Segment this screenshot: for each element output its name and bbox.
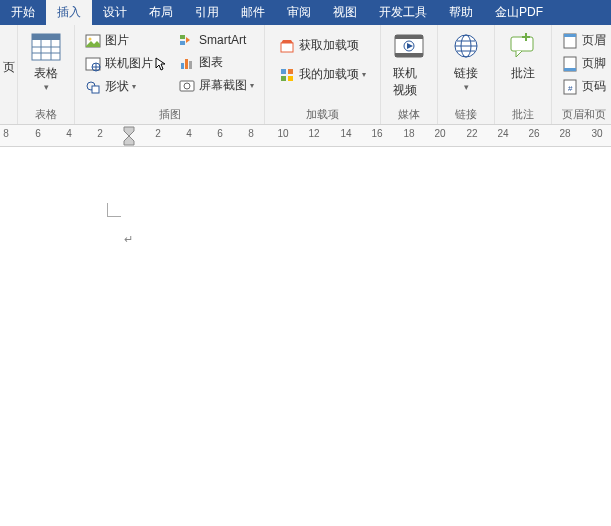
shapes-label: 形状 xyxy=(105,78,129,95)
ruler-tick: 26 xyxy=(528,128,539,139)
link-icon xyxy=(450,31,482,63)
ruler-tick: 2 xyxy=(155,128,161,139)
smartart-button[interactable]: SmartArt xyxy=(175,29,258,51)
addins-icon xyxy=(279,67,295,83)
header-button[interactable]: 页眉 xyxy=(558,29,610,52)
svg-rect-39 xyxy=(564,34,576,37)
group-addins-label: 加载项 xyxy=(269,105,376,124)
ruler-tick: 14 xyxy=(340,128,351,139)
ruler-tick: 24 xyxy=(497,128,508,139)
ruler-tick: 4 xyxy=(66,128,72,139)
video-icon xyxy=(393,31,425,63)
tab-view[interactable]: 视图 xyxy=(322,0,368,25)
pictures-button[interactable]: 图片 xyxy=(81,29,171,52)
tab-references[interactable]: 引用 xyxy=(184,0,230,25)
indent-marker[interactable] xyxy=(123,125,133,145)
footer-button[interactable]: 页脚 xyxy=(558,52,610,75)
svg-rect-18 xyxy=(189,61,192,69)
link-button[interactable]: 链接 ▾ xyxy=(442,27,490,95)
horizontal-ruler[interactable]: 864224681012141618202224262830 xyxy=(0,125,611,147)
cursor-icon xyxy=(155,57,167,71)
pictures-label: 图片 xyxy=(105,32,129,49)
truncated-label: 页 xyxy=(3,59,15,76)
chevron-down-icon: ▾ xyxy=(362,70,366,79)
tab-jinshan-pdf[interactable]: 金山PDF xyxy=(484,0,554,25)
shapes-button[interactable]: 形状 ▾ xyxy=(81,75,171,98)
svg-marker-44 xyxy=(124,127,134,136)
my-addins-button[interactable]: 我的加载项 ▾ xyxy=(275,60,370,89)
ruler-tick: 20 xyxy=(434,128,445,139)
page-number-button[interactable]: # 页码 xyxy=(558,75,610,98)
group-links: 链接 ▾ 链接 xyxy=(438,25,495,124)
paragraph-mark-icon: ↵ xyxy=(124,233,133,246)
table-icon xyxy=(30,31,62,63)
online-video-button[interactable]: 联机视频 xyxy=(385,27,433,103)
ruler-tick: 8 xyxy=(248,128,254,139)
tab-review[interactable]: 审阅 xyxy=(276,0,322,25)
ruler-tick: 28 xyxy=(559,128,570,139)
chevron-down-icon: ▾ xyxy=(44,83,49,91)
get-addins-button[interactable]: 获取加载项 xyxy=(275,31,370,60)
store-icon xyxy=(279,38,295,54)
smartart-icon xyxy=(179,32,195,48)
footer-label: 页脚 xyxy=(582,55,606,72)
svg-rect-16 xyxy=(181,63,184,69)
document-area[interactable]: ↵ xyxy=(0,147,611,526)
svg-rect-22 xyxy=(281,69,286,74)
tab-developer[interactable]: 开发工具 xyxy=(368,0,438,25)
svg-rect-25 xyxy=(288,76,293,81)
ruler-tick: 4 xyxy=(186,128,192,139)
tab-layout[interactable]: 布局 xyxy=(138,0,184,25)
ruler-tick: 16 xyxy=(371,128,382,139)
smartart-label: SmartArt xyxy=(199,33,246,47)
screenshot-label: 屏幕截图 xyxy=(199,77,247,94)
page-number-icon: # xyxy=(562,79,578,95)
group-header-footer-label: 页眉和页 xyxy=(556,105,611,124)
svg-rect-23 xyxy=(288,69,293,74)
group-media: 联机视频 媒体 xyxy=(381,25,438,124)
group-tables-label: 表格 xyxy=(22,105,70,124)
group-tables: 表格 ▾ 表格 xyxy=(18,25,75,124)
svg-rect-15 xyxy=(180,41,185,45)
chevron-down-icon: ▾ xyxy=(464,83,469,91)
my-addins-label: 我的加载项 xyxy=(299,66,359,83)
group-pages-truncated: 页 xyxy=(0,25,18,124)
table-button[interactable]: 表格 ▾ xyxy=(22,27,70,95)
svg-rect-27 xyxy=(395,35,423,39)
svg-rect-17 xyxy=(185,59,188,69)
svg-marker-45 xyxy=(124,136,134,145)
ruler-tick: 8 xyxy=(3,128,9,139)
group-header-footer: 页眉 页脚 # 页码 页眉和页 xyxy=(552,25,611,124)
group-media-label: 媒体 xyxy=(385,105,433,124)
group-links-label: 链接 xyxy=(442,105,490,124)
tab-home[interactable]: 开始 xyxy=(0,0,46,25)
page-number-label: 页码 xyxy=(582,78,606,95)
chart-label: 图表 xyxy=(199,54,223,71)
svg-rect-41 xyxy=(564,68,576,71)
group-illustrations: 图片 联机图片 形状 ▾ SmartArt xyxy=(75,25,265,124)
svg-rect-24 xyxy=(281,76,286,81)
comment-button[interactable]: 批注 xyxy=(499,27,547,86)
group-illustrations-label: 插图 xyxy=(79,105,260,124)
ruler-tick: 22 xyxy=(466,128,477,139)
ribbon-tabs: 开始 插入 设计 布局 引用 邮件 审阅 视图 开发工具 帮助 金山PDF xyxy=(0,0,611,25)
tab-insert[interactable]: 插入 xyxy=(46,0,92,25)
svg-rect-28 xyxy=(395,53,423,57)
svg-rect-1 xyxy=(32,34,60,40)
svg-rect-21 xyxy=(281,43,293,52)
chart-button[interactable]: 图表 xyxy=(175,51,258,74)
tab-mailings[interactable]: 邮件 xyxy=(230,0,276,25)
svg-rect-13 xyxy=(92,86,99,93)
group-comments-label: 批注 xyxy=(499,105,547,124)
header-label: 页眉 xyxy=(582,32,606,49)
tab-design[interactable]: 设计 xyxy=(92,0,138,25)
group-comments: 批注 批注 xyxy=(495,25,552,124)
tab-help[interactable]: 帮助 xyxy=(438,0,484,25)
ruler-tick: 12 xyxy=(308,128,319,139)
svg-rect-14 xyxy=(180,35,185,39)
online-pictures-button[interactable]: 联机图片 xyxy=(81,52,171,75)
ruler-tick: 18 xyxy=(403,128,414,139)
screenshot-button[interactable]: 屏幕截图 ▾ xyxy=(175,74,258,97)
ruler-tick: 10 xyxy=(277,128,288,139)
svg-rect-35 xyxy=(511,37,533,51)
